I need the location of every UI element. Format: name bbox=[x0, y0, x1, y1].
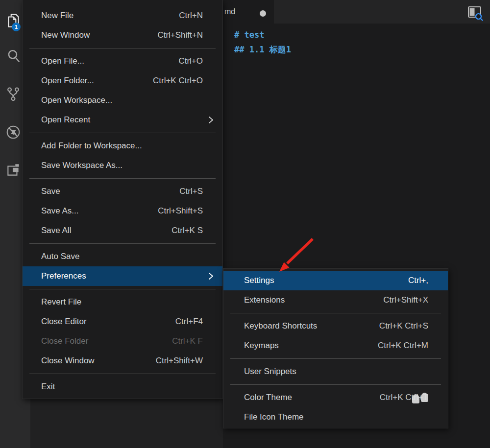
menu-item-open-folder[interactable]: Open Folder...Ctrl+K Ctrl+O bbox=[23, 71, 222, 91]
menu-item-shortcut: Ctrl+, bbox=[408, 276, 428, 285]
chevron-right-icon bbox=[208, 272, 214, 281]
menu-item-label: Preferences bbox=[41, 271, 208, 281]
menu-separator bbox=[29, 48, 216, 48]
editor-tab-md[interactable]: md bbox=[223, 0, 274, 24]
menu-item-label: File Icon Theme bbox=[244, 412, 439, 422]
menu-separator bbox=[29, 243, 216, 244]
extensions-icon[interactable] bbox=[5, 162, 21, 178]
menu-item-add-folder-to-workspace[interactable]: Add Folder to Workspace... bbox=[23, 136, 222, 156]
open-preview-icon[interactable] bbox=[466, 4, 483, 21]
menu-item-revert-file[interactable]: Revert File bbox=[23, 292, 222, 312]
preferences-submenu: SettingsCtrl+,ExtensionsCtrl+Shift+XKeyb… bbox=[223, 268, 448, 428]
menu-item-label: Save As... bbox=[41, 206, 158, 216]
menu-item-shortcut: Ctrl+K F bbox=[172, 336, 203, 346]
chevron-right-icon bbox=[208, 116, 214, 124]
menu-item-shortcut: Ctrl+F4 bbox=[175, 317, 203, 327]
menu-item-save-as[interactable]: Save As...Ctrl+Shift+S bbox=[23, 201, 222, 221]
menu-item-shortcut: Ctrl+K Ctrl+M bbox=[378, 341, 428, 351]
menu-item-open-recent[interactable]: Open Recent bbox=[23, 110, 222, 130]
menu-item-keyboard-shortcuts[interactable]: Keyboard ShortcutsCtrl+K Ctrl+S bbox=[223, 316, 448, 336]
menu-item-save-all[interactable]: Save AllCtrl+K S bbox=[23, 221, 222, 240]
menu-item-label: Save Workspace As... bbox=[41, 161, 214, 170]
explorer-icon[interactable]: 1 bbox=[5, 13, 21, 28]
menu-item-label: Settings bbox=[244, 276, 408, 285]
menu-item-shortcut: Ctrl+K Ctrl+O bbox=[153, 76, 203, 86]
menu-separator bbox=[29, 178, 216, 179]
menu-item-label: Extensions bbox=[244, 295, 383, 305]
vscode-window: md # test ## 1.1 标题1 bbox=[0, 0, 490, 448]
menu-item-new-file[interactable]: New FileCtrl+N bbox=[23, 6, 222, 25]
menu-item-label: Add Folder to Workspace... bbox=[41, 141, 214, 151]
menu-item-save[interactable]: SaveCtrl+S bbox=[23, 182, 222, 201]
menu-item-shortcut: Ctrl+O bbox=[178, 56, 203, 66]
menu-item-label: Close Window bbox=[41, 356, 156, 366]
menu-item-auto-save[interactable]: Auto Save bbox=[23, 247, 222, 266]
menu-item-keymaps[interactable]: KeymapsCtrl+K Ctrl+M bbox=[223, 336, 448, 355]
menu-item-label: Open Recent bbox=[41, 115, 208, 125]
menu-item-label: New Window bbox=[41, 30, 157, 40]
menu-item-shortcut: Ctrl+Shift+S bbox=[158, 206, 203, 216]
explorer-badge: 1 bbox=[12, 23, 21, 31]
menu-item-extensions[interactable]: ExtensionsCtrl+Shift+X bbox=[223, 290, 448, 310]
menu-item-label: Revert File bbox=[41, 297, 214, 307]
menu-item-shortcut: Ctrl+K S bbox=[172, 226, 203, 236]
file-menu: New FileCtrl+NNew WindowCtrl+Shift+NOpen… bbox=[22, 0, 223, 399]
menu-separator bbox=[29, 133, 216, 133]
menu-item-label: New File bbox=[41, 11, 179, 21]
run-debug-icon[interactable] bbox=[5, 124, 21, 140]
menu-item-shortcut: Ctrl+Shift+N bbox=[157, 30, 203, 40]
menu-item-label: Auto Save bbox=[41, 252, 214, 261]
menu-item-shortcut: Ctrl+K Ctrl+T bbox=[380, 393, 428, 402]
menu-item-label: User Snippets bbox=[244, 367, 439, 377]
menu-separator bbox=[230, 313, 441, 313]
menu-item-label: Color Theme bbox=[244, 393, 380, 402]
menu-item-label: Save bbox=[41, 187, 179, 196]
menu-separator bbox=[29, 289, 216, 289]
menu-item-save-workspace-as[interactable]: Save Workspace As... bbox=[23, 156, 222, 175]
editor-tab-strip: md bbox=[223, 0, 490, 24]
menu-item-label: Keyboard Shortcuts bbox=[244, 321, 379, 331]
menu-item-label: Save All bbox=[41, 226, 172, 236]
menu-item-file-icon-theme[interactable]: File Icon Theme bbox=[223, 407, 448, 427]
menu-item-shortcut: Ctrl+N bbox=[179, 11, 203, 21]
menu-item-close-editor[interactable]: Close EditorCtrl+F4 bbox=[23, 312, 222, 331]
menu-item-close-folder: Close FolderCtrl+K F bbox=[23, 331, 222, 351]
menu-item-label: Close Editor bbox=[41, 317, 175, 327]
menu-separator bbox=[230, 358, 441, 359]
menu-item-label: Open Workspace... bbox=[41, 95, 214, 105]
source-control-icon[interactable] bbox=[5, 86, 21, 102]
menu-item-label: Open File... bbox=[41, 56, 178, 66]
menu-item-open-file[interactable]: Open File...Ctrl+O bbox=[23, 51, 222, 71]
menu-item-close-window[interactable]: Close WindowCtrl+Shift+W bbox=[23, 351, 222, 371]
menu-separator bbox=[29, 374, 216, 374]
menu-item-label: Exit bbox=[41, 382, 214, 392]
menu-item-color-theme[interactable]: Color ThemeCtrl+K Ctrl+T bbox=[223, 388, 448, 407]
menu-item-shortcut: Ctrl+Shift+W bbox=[156, 356, 203, 366]
menu-item-preferences[interactable]: Preferences bbox=[23, 266, 222, 286]
code-line-1[interactable]: # test bbox=[234, 27, 490, 42]
menu-item-label: Close Folder bbox=[41, 336, 172, 346]
menu-separator bbox=[230, 384, 441, 385]
menu-item-shortcut: Ctrl+Shift+X bbox=[383, 295, 428, 305]
menu-item-exit[interactable]: Exit bbox=[23, 377, 222, 397]
menu-item-user-snippets[interactable]: User Snippets bbox=[223, 362, 448, 381]
menu-item-settings[interactable]: SettingsCtrl+, bbox=[223, 271, 448, 290]
tab-label: md bbox=[223, 7, 235, 16]
menu-item-shortcut: Ctrl+S bbox=[179, 187, 203, 196]
menu-item-open-workspace[interactable]: Open Workspace... bbox=[23, 91, 222, 110]
unsaved-changes-dot-icon bbox=[260, 10, 266, 17]
menu-item-new-window[interactable]: New WindowCtrl+Shift+N bbox=[23, 25, 222, 45]
code-line-2[interactable]: ## 1.1 标题1 bbox=[234, 42, 490, 57]
menu-item-shortcut: Ctrl+K Ctrl+S bbox=[379, 321, 428, 331]
menu-item-label: Open Folder... bbox=[41, 76, 153, 86]
menu-item-label: Keymaps bbox=[244, 341, 378, 351]
search-icon[interactable] bbox=[5, 48, 21, 64]
